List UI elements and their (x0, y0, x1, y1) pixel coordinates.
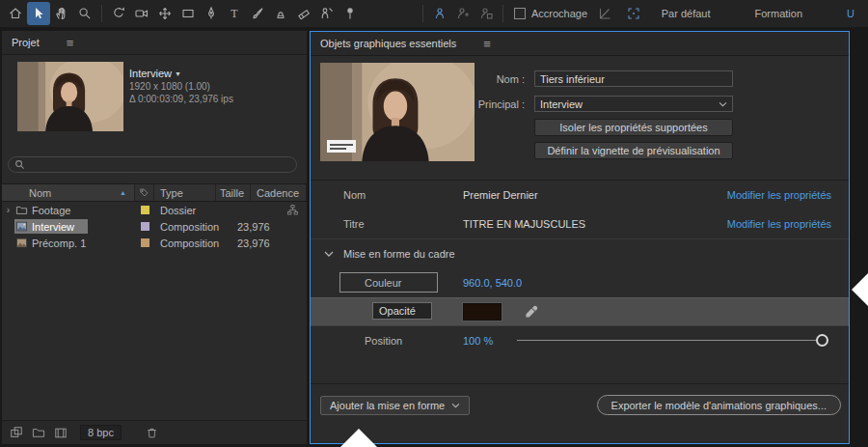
column-header-type[interactable]: Type (154, 184, 216, 201)
item-type: Composition (154, 235, 216, 251)
property-row-title[interactable]: Titre TITRE EN MAJUSCULES Modifier les p… (311, 210, 849, 239)
slider-knob[interactable] (816, 334, 828, 347)
property-value[interactable]: TITRE EN MAJUSCULES (463, 218, 585, 230)
home-icon[interactable] (4, 2, 27, 25)
eraser-tool-icon[interactable] (292, 2, 315, 25)
essential-graphics-tab[interactable]: Objets graphiques essentiels (320, 38, 456, 49)
brush-tool-icon[interactable] (246, 2, 269, 25)
edit-properties-link[interactable]: Modifier les propriétés (727, 218, 831, 230)
essential-graphics-footer: Ajouter la mise en forme Exporter le mod… (311, 383, 849, 444)
snap-frame-icon[interactable] (622, 2, 645, 25)
table-row-precomp[interactable]: Précomp. 1 Composition 23,976 (2, 235, 307, 251)
new-folder-icon[interactable] (32, 427, 45, 438)
chevron-down-icon: ▼ (175, 70, 181, 77)
selected-item-metadata: Interview▼ 1920 x 1080 (1.00) Δ 0:00:03:… (129, 68, 233, 105)
workspace-tab-default[interactable]: Par défaut (662, 8, 711, 19)
property-row-dragging[interactable]: Opacité (311, 297, 849, 326)
table-row-footage[interactable]: › Footage Dossier (2, 202, 307, 218)
column-header-label[interactable] (135, 184, 154, 201)
trash-icon[interactable] (146, 426, 158, 439)
property-row-color[interactable]: Couleur 960.0, 540.0 (311, 268, 849, 297)
item-rate: 23,976 (237, 237, 270, 249)
name-input[interactable]: Tiers inférieur (534, 70, 733, 87)
snapping-group: Accrochage (514, 2, 645, 25)
toolbar: T Accrochage (0, 0, 868, 29)
column-header-size[interactable]: Taille (216, 184, 251, 201)
property-group-row[interactable]: Mise en forme du cadre (311, 239, 849, 268)
label-color-swatch[interactable] (141, 222, 149, 231)
panel-menu-icon[interactable]: ≡ (483, 38, 491, 50)
isolate-supported-properties-button[interactable]: Isoler les propriétés supportées (534, 119, 733, 136)
edit-properties-link[interactable]: Modifier les propriétés (727, 189, 831, 201)
workspace-overflow[interactable]: U (847, 8, 854, 19)
eyedropper-icon[interactable] (525, 305, 538, 319)
essential-graphics-panel: Objets graphiques essentiels ≡ Nom : Tie… (310, 31, 850, 444)
table-row-interview[interactable]: Interview Composition 23,976 (2, 218, 307, 235)
selected-item-name[interactable]: Interview (129, 68, 172, 79)
workspace-tab-formation[interactable]: Formation (755, 8, 803, 19)
shape-tool-icon[interactable] (176, 2, 200, 25)
interpret-footage-icon[interactable] (10, 426, 23, 439)
master-field-label: Principal : (457, 98, 525, 110)
slider-track (517, 340, 820, 341)
label-color-swatch[interactable] (141, 206, 149, 214)
tag-icon (139, 187, 149, 198)
selection-tool-icon[interactable] (27, 2, 50, 25)
new-composition-icon[interactable] (54, 427, 68, 439)
master-comp-dropdown[interactable]: Interview (534, 96, 733, 112)
composition-icon (14, 221, 29, 232)
selected-item-duration: Δ 0:00:03:09, 23,976 ips (129, 93, 233, 105)
property-value[interactable]: 960.0, 540.0 (463, 277, 522, 289)
type-tool-icon[interactable]: T (223, 2, 246, 25)
sort-ascending-icon: ▲ (120, 189, 126, 196)
pen-tool-icon[interactable] (200, 2, 223, 25)
extra-tool-icon-2[interactable] (451, 2, 475, 25)
property-row-name[interactable]: Nom Premier Dernier Modifier les proprié… (311, 181, 849, 210)
essential-graphics-header: Objets graphiques essentiels ≡ (311, 32, 849, 56)
item-name: Interview (32, 221, 74, 233)
panel-menu-icon[interactable]: ≡ (67, 37, 74, 49)
pan-behind-tool-icon[interactable] (153, 2, 176, 25)
project-panel: Projet ≡ Interview▼ 1920 x 1080 (1.00) Δ… (2, 31, 307, 444)
property-row-position[interactable]: Position 100 % (311, 326, 849, 355)
add-formatting-button[interactable]: Ajouter la mise en forme (320, 396, 470, 415)
expand-arrow-icon[interactable]: › (2, 202, 14, 218)
column-header-rate[interactable]: Cadence (251, 184, 307, 201)
folder-structure-icon (286, 204, 299, 216)
clone-stamp-tool-icon[interactable] (269, 2, 292, 25)
column-header-name[interactable]: Nom ▲ (2, 184, 135, 201)
snapping-checkbox[interactable] (514, 8, 526, 19)
chevron-down-icon (719, 101, 727, 107)
export-motion-graphics-template-button[interactable]: Exporter le modèle d'animations graphiqu… (597, 395, 841, 415)
project-panel-header: Projet ≡ (2, 31, 307, 55)
search-input[interactable] (8, 156, 297, 173)
lower-third-overlay (327, 140, 356, 153)
property-value[interactable]: 100 % (463, 335, 493, 347)
composition-icon (14, 237, 29, 248)
toolbar-separator (502, 5, 503, 22)
zoom-tool-icon[interactable] (73, 2, 96, 25)
item-type: Dossier (154, 202, 216, 218)
color-depth-button[interactable]: 8 bpc (80, 425, 122, 440)
project-preview-thumbnail (17, 62, 123, 131)
snap-angle-icon[interactable] (593, 2, 616, 25)
rotation-tool-icon[interactable] (107, 2, 130, 25)
chevron-down-icon[interactable] (324, 251, 334, 258)
extra-tool-icon-3[interactable] (475, 2, 498, 25)
table-header: Nom ▲ Type Taille Cadence (2, 183, 307, 202)
roto-brush-tool-icon[interactable] (315, 2, 339, 25)
extra-tool-icon-1[interactable] (428, 2, 451, 25)
workspace-bar: Par défaut Formation U (662, 8, 864, 19)
project-tab[interactable]: Projet (12, 37, 40, 48)
search-icon (14, 159, 25, 170)
set-poster-frame-button[interactable]: Définir la vignette de prévisualisation (534, 142, 733, 159)
camera-tool-icon[interactable] (130, 2, 153, 25)
hand-tool-icon[interactable] (50, 2, 73, 25)
properties-list: Nom Premier Dernier Modifier les proprié… (311, 180, 849, 355)
color-swatch[interactable] (463, 303, 502, 321)
label-color-swatch[interactable] (141, 238, 149, 247)
item-name: Précomp. 1 (32, 237, 86, 249)
selected-item-dimensions: 1920 x 1080 (1.00) (129, 80, 233, 93)
puppet-pin-tool-icon[interactable] (339, 2, 362, 25)
property-value[interactable]: Premier Dernier (463, 189, 538, 201)
